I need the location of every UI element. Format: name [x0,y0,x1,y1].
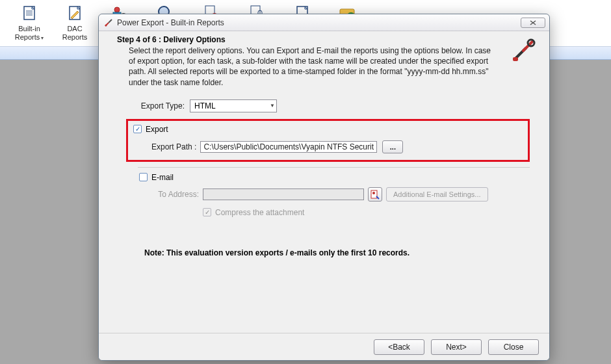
browse-button[interactable]: ... [382,140,403,153]
svg-point-27 [372,192,375,194]
tools-large-icon [510,36,538,64]
document-report-icon [20,4,39,23]
export-type-row: Export Type: HTML ▼ [126,99,530,112]
next-button[interactable]: Next> [431,339,482,355]
compress-label: Compress the attachment [215,208,304,217]
power-export-dialog: Power Export - Built-in Reports Step 4 o… [98,14,550,361]
email-checkbox[interactable] [139,173,148,181]
ribbon-item-label: Built-in Reports▾ [15,25,44,41]
export-path-input[interactable] [200,141,377,153]
svg-point-5 [114,7,120,12]
export-checkbox-label: Export [146,125,168,134]
step-title: Step 4 of 6 : Delivery Options [117,35,540,44]
ribbon-item-label: DAC Reports [62,25,88,41]
to-address-input [203,188,364,200]
chevron-down-icon: ▾ [41,35,44,41]
close-icon [529,20,537,26]
to-address-label: To Address: [153,190,199,199]
back-button[interactable]: <Back [374,339,424,355]
dialog-titlebar: Power Export - Built-in Reports [99,14,549,31]
chevron-down-icon: ▼ [270,103,275,109]
dialog-button-bar: <Back Next> Close [99,333,549,360]
export-checkbox[interactable] [133,125,142,133]
evaluation-note: Note: This evaluation version exports / … [144,248,530,257]
ribbon-dac-reports[interactable]: DAC Reports [52,3,98,43]
svg-rect-25 [513,57,518,61]
export-type-select[interactable]: HTML ▼ [190,99,277,112]
additional-email-settings-button: Additional E-mail Settings... [386,187,488,202]
step-description: Select the report delivery options. You … [129,46,495,88]
section-divider [138,167,530,168]
window-close-button[interactable] [521,18,545,28]
ribbon-builtin-reports[interactable]: Built-in Reports▾ [6,3,52,43]
close-button[interactable]: Close [488,339,539,355]
export-path-label: Export Path : [151,142,196,151]
address-book-button[interactable] [368,187,382,202]
dialog-body: Step 4 of 6 : Delivery Options Select th… [99,31,549,333]
pencil-report-icon [65,4,84,23]
wrench-small-icon [104,18,113,27]
dialog-title: Power Export - Built-in Reports [117,18,517,27]
export-highlight-box: Export Export Path : ... [126,119,530,162]
export-type-value: HTML [194,101,216,110]
export-type-label: Export Type: [126,101,185,110]
svg-point-21 [105,24,107,26]
address-book-icon [370,189,380,200]
email-checkbox-label: E-mail [151,173,174,182]
svg-rect-26 [371,190,377,198]
compress-checkbox [203,208,211,216]
